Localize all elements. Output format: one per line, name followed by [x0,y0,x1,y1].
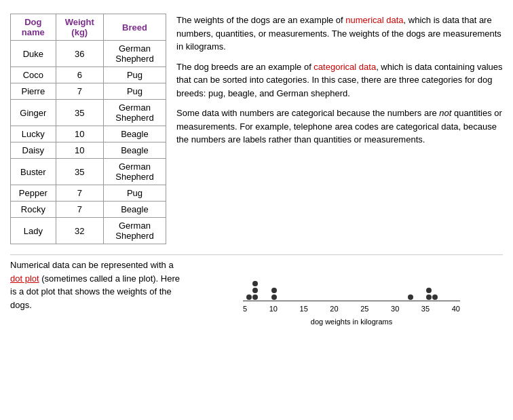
table-cell: Ginger [11,100,56,126]
data-dot [246,294,252,300]
table-cell: Lucky [11,126,56,142]
table-row: Buster35German Shepherd [11,159,166,185]
table-cell: 36 [56,41,103,67]
bottom-text: Numerical data can be represented with a… [10,259,187,311]
p1-text-before: The weights of the dogs are an example o… [176,15,345,25]
table-cell: Beagle [103,202,166,218]
table-cell: Pug [103,83,166,100]
axis-label-5: 5 [243,305,247,313]
numerical-highlight: numerical data [345,15,403,25]
axis-labels: 5 10 15 20 25 30 35 40 [243,305,460,313]
table-cell: Beagle [103,126,166,142]
dot-plot-link[interactable]: dot plot [10,273,39,284]
data-dot [252,281,258,286]
bottom-section: Numerical data can be represented with a… [10,254,503,326]
table-row: Daisy10Beagle [11,142,166,159]
axis-label-25: 25 [360,305,368,313]
table-cell: 35 [56,100,103,126]
main-content: Dog name Weight (kg) Breed Duke36German … [10,14,503,244]
axis-label-10: 10 [269,305,278,313]
p2-text-before: The dog breeds are an example of [176,62,314,72]
data-table-section: Dog name Weight (kg) Breed Duke36German … [10,14,166,244]
table-cell: German Shepherd [103,159,166,185]
table-cell: Pug [103,67,166,83]
table-row: Lucky10Beagle [11,126,166,142]
explanation-text: The weights of the dogs are an example o… [176,14,503,244]
data-dot [408,294,413,300]
axis-label-40: 40 [452,305,460,313]
dot-plot-section: 5 10 15 20 25 30 35 40 dog weights in ki… [200,259,503,326]
table-cell: 35 [56,159,103,185]
table-cell: German Shepherd [103,218,166,244]
table-cell: Duke [11,41,56,67]
table-row: Duke36German Shepherd [11,41,166,67]
table-cell: 32 [56,218,103,244]
axis-line [243,301,460,301]
table-cell: Pierre [11,83,56,100]
data-dot [426,288,432,293]
data-dot [271,294,277,300]
table-cell: Beagle [103,142,166,159]
data-dot [432,294,438,300]
table-cell: Lady [11,218,56,244]
table-cell: 10 [56,142,103,159]
table-row: Rocky7Beagle [11,202,166,218]
table-cell: 7 [56,202,103,218]
table-cell: Pug [103,185,166,202]
table-row: Pepper7Pug [11,185,166,202]
table-cell: Pepper [11,185,56,202]
table-cell: German Shepherd [103,100,166,126]
data-dot [426,294,432,300]
data-dot [252,288,258,293]
axis-label-15: 15 [300,305,308,313]
dot-plot-title: dog weights in kilograms [311,318,392,326]
table-cell: Rocky [11,202,56,218]
axis-label-20: 20 [330,305,338,313]
table-cell: German Shepherd [103,41,166,67]
extra-paragraph: Some data with numbers are categorical b… [176,107,503,147]
axis-label-35: 35 [421,305,430,313]
table-cell: Coco [11,67,56,83]
col-header-weight: Weight (kg) [56,14,103,41]
table-row: Coco6Pug [11,67,166,83]
numerical-data-paragraph: The weights of the dogs are an example o… [176,14,503,54]
table-row: Pierre7Pug [11,83,166,100]
table-row: Ginger35German Shepherd [11,100,166,126]
table-cell: 7 [56,185,103,202]
table-cell: 7 [56,83,103,100]
axis-label-30: 30 [391,305,399,313]
categorical-data-paragraph: The dog breeds are an example of categor… [176,60,503,100]
table-cell: Daisy [11,142,56,159]
dogs-table: Dog name Weight (kg) Breed Duke36German … [10,14,166,244]
data-dot [252,294,258,300]
table-cell: 6 [56,67,103,83]
col-header-name: Dog name [11,14,56,41]
data-dot [271,288,277,293]
table-cell: Buster [11,159,56,185]
dot-plot-container: 5 10 15 20 25 30 35 40 [243,262,460,316]
categorical-highlight: categorical data [314,62,376,72]
table-cell: 10 [56,126,103,142]
table-row: Lady32German Shepherd [11,218,166,244]
col-header-breed: Breed [103,14,166,41]
not-italic: not [439,108,451,118]
